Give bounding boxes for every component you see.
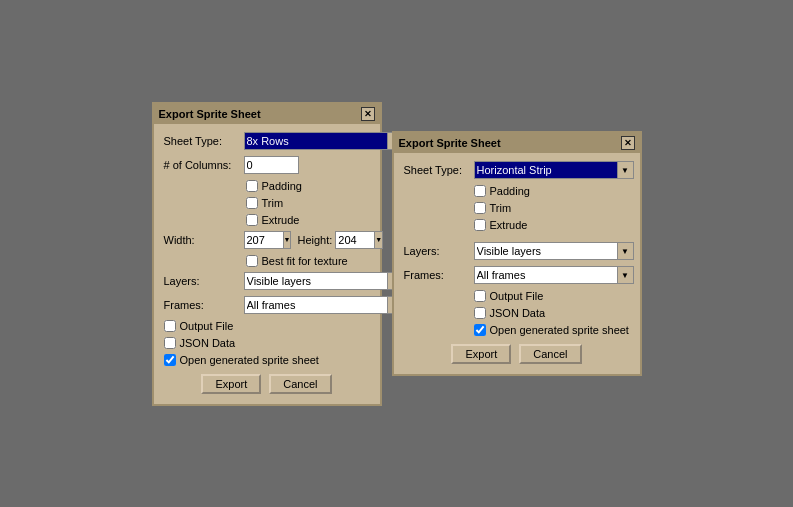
json-data-checkbox-2[interactable] bbox=[474, 307, 486, 319]
sheet-type-row-2: Sheet Type: ▼ bbox=[404, 161, 630, 179]
trim-label-2: Trim bbox=[490, 202, 512, 214]
columns-row: # of Columns: bbox=[164, 156, 370, 174]
columns-input[interactable] bbox=[244, 156, 299, 174]
open-sprite-label-1: Open generated sprite sheet bbox=[180, 354, 319, 366]
layers-input-1[interactable] bbox=[244, 272, 388, 290]
extrude-label-1: Extrude bbox=[262, 214, 300, 226]
frames-input-1[interactable] bbox=[244, 296, 388, 314]
extrude-row-1: Extrude bbox=[164, 214, 370, 226]
dialog-export-2: Export Sprite Sheet ✕ Sheet Type: ▼ Padd… bbox=[392, 131, 642, 376]
sheet-type-input-2[interactable] bbox=[474, 161, 618, 179]
export-button-1[interactable]: Export bbox=[201, 374, 261, 394]
output-file-row-2: Output File bbox=[404, 290, 630, 302]
trim-checkbox-2[interactable] bbox=[474, 202, 486, 214]
trim-checkbox-1[interactable] bbox=[246, 197, 258, 209]
output-file-checkbox-1[interactable] bbox=[164, 320, 176, 332]
open-sprite-label-2: Open generated sprite sheet bbox=[490, 324, 629, 336]
columns-label: # of Columns: bbox=[164, 159, 244, 171]
layers-input-2[interactable] bbox=[474, 242, 618, 260]
output-file-label-1: Output File bbox=[180, 320, 234, 332]
width-input[interactable] bbox=[244, 231, 284, 249]
trim-row-1: Trim bbox=[164, 197, 370, 209]
export-button-2[interactable]: Export bbox=[451, 344, 511, 364]
trim-row-2: Trim bbox=[404, 202, 630, 214]
best-fit-row: Best fit for texture bbox=[164, 255, 370, 267]
cancel-button-2[interactable]: Cancel bbox=[519, 344, 581, 364]
frames-select-wrapper-1: ▼ bbox=[244, 296, 404, 314]
sheet-type-input-1[interactable] bbox=[244, 132, 388, 150]
output-file-checkbox-2[interactable] bbox=[474, 290, 486, 302]
padding-checkbox-1[interactable] bbox=[246, 180, 258, 192]
extrude-label-2: Extrude bbox=[490, 219, 528, 231]
height-input[interactable] bbox=[335, 231, 375, 249]
frames-input-2[interactable] bbox=[474, 266, 618, 284]
sheet-type-label-1: Sheet Type: bbox=[164, 135, 244, 147]
json-data-row-2: JSON Data bbox=[404, 307, 630, 319]
button-row-2: Export Cancel bbox=[404, 344, 630, 364]
frames-label-2: Frames: bbox=[404, 269, 474, 281]
padding-checkbox-2[interactable] bbox=[474, 185, 486, 197]
extrude-checkbox-2[interactable] bbox=[474, 219, 486, 231]
title-bar-1: Export Sprite Sheet ✕ bbox=[154, 104, 380, 124]
layers-label-2: Layers: bbox=[404, 245, 474, 257]
dialog-title-2: Export Sprite Sheet bbox=[399, 137, 501, 149]
width-label: Width: bbox=[164, 234, 244, 246]
layers-row-2: Layers: ▼ bbox=[404, 242, 630, 260]
json-data-label-1: JSON Data bbox=[180, 337, 236, 349]
frames-label-1: Frames: bbox=[164, 299, 244, 311]
sheet-type-dropdown-btn-2[interactable]: ▼ bbox=[618, 161, 634, 179]
best-fit-checkbox[interactable] bbox=[246, 255, 258, 267]
json-data-row-1: JSON Data bbox=[164, 337, 370, 349]
sheet-type-select-wrapper-2: ▼ bbox=[474, 161, 634, 179]
layers-select-wrapper-2: ▼ bbox=[474, 242, 634, 260]
open-sprite-row-1: Open generated sprite sheet bbox=[164, 354, 370, 366]
frames-dropdown-btn-2[interactable]: ▼ bbox=[618, 266, 634, 284]
extrude-checkbox-1[interactable] bbox=[246, 214, 258, 226]
height-label: Height: bbox=[297, 234, 332, 246]
output-file-row-1: Output File bbox=[164, 320, 370, 332]
extrude-row-2: Extrude bbox=[404, 219, 630, 231]
open-sprite-row-2: Open generated sprite sheet bbox=[404, 324, 630, 336]
trim-label-1: Trim bbox=[262, 197, 284, 209]
dialog-title-1: Export Sprite Sheet bbox=[159, 108, 261, 120]
layers-row-1: Layers: ▼ bbox=[164, 272, 370, 290]
open-sprite-checkbox-1[interactable] bbox=[164, 354, 176, 366]
json-data-checkbox-1[interactable] bbox=[164, 337, 176, 349]
layers-label-1: Layers: bbox=[164, 275, 244, 287]
close-button-1[interactable]: ✕ bbox=[361, 107, 375, 121]
width-height-row: Width: ▼ Height: ▼ bbox=[164, 231, 370, 249]
padding-label-1: Padding bbox=[262, 180, 302, 192]
open-sprite-checkbox-2[interactable] bbox=[474, 324, 486, 336]
close-button-2[interactable]: ✕ bbox=[621, 136, 635, 150]
title-bar-2: Export Sprite Sheet ✕ bbox=[394, 133, 640, 153]
layers-dropdown-btn-2[interactable]: ▼ bbox=[618, 242, 634, 260]
padding-label-2: Padding bbox=[490, 185, 530, 197]
layers-select-wrapper-1: ▼ bbox=[244, 272, 404, 290]
dialog-export-1: Export Sprite Sheet ✕ Sheet Type: ▼ # of… bbox=[152, 102, 382, 406]
frames-row-1: Frames: ▼ bbox=[164, 296, 370, 314]
sheet-type-select-wrapper-1: ▼ bbox=[244, 132, 404, 150]
button-row-1: Export Cancel bbox=[164, 374, 370, 394]
json-data-label-2: JSON Data bbox=[490, 307, 546, 319]
padding-row-2: Padding bbox=[404, 185, 630, 197]
width-dropdown-btn[interactable]: ▼ bbox=[284, 231, 292, 249]
sheet-type-label-2: Sheet Type: bbox=[404, 164, 474, 176]
frames-row-2: Frames: ▼ bbox=[404, 266, 630, 284]
padding-row-1: Padding bbox=[164, 180, 370, 192]
height-dropdown-btn[interactable]: ▼ bbox=[375, 231, 383, 249]
sheet-type-row-1: Sheet Type: ▼ bbox=[164, 132, 370, 150]
cancel-button-1[interactable]: Cancel bbox=[269, 374, 331, 394]
best-fit-label: Best fit for texture bbox=[262, 255, 348, 267]
frames-select-wrapper-2: ▼ bbox=[474, 266, 634, 284]
output-file-label-2: Output File bbox=[490, 290, 544, 302]
